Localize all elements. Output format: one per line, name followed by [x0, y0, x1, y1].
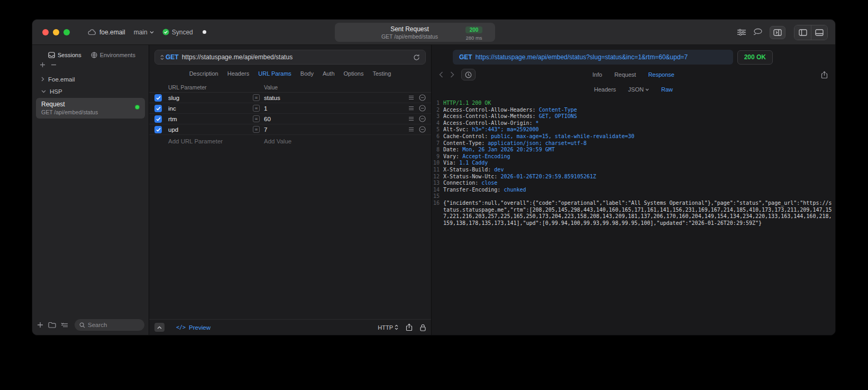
cloud-icon [88, 29, 96, 35]
subtab-json-label: JSON [628, 86, 644, 93]
header-value: * [536, 120, 539, 126]
share-icon[interactable] [406, 323, 413, 331]
export-response-icon[interactable] [821, 71, 828, 79]
chevron-down-icon [645, 88, 649, 91]
drag-handle-icon[interactable] [408, 95, 414, 100]
add-request-icon[interactable] [37, 322, 43, 328]
value-type-icon[interactable] [253, 115, 260, 122]
tab-options[interactable]: Options [344, 70, 364, 77]
toggle-sidebar-button[interactable] [794, 25, 811, 40]
toggle-inspector-button[interactable] [770, 26, 785, 39]
tree-item-label: Foe.email [48, 76, 75, 83]
expand-panel-button[interactable] [154, 323, 165, 332]
line-number: 15 [432, 193, 443, 200]
header-name: Cache-Control: [443, 133, 488, 139]
tab-sessions[interactable]: Sessions [48, 52, 81, 58]
sidebar-request-item[interactable]: Request GET /api/embed/status [36, 98, 145, 119]
param-name-cell[interactable]: rtm [168, 116, 253, 122]
subtab-headers[interactable]: Headers [594, 86, 616, 93]
remove-row-icon[interactable] [419, 94, 426, 101]
toggle-bottom-panel-button[interactable] [811, 25, 827, 40]
header-line: Alt-Svc: h3=":443"; ma=2592000 [443, 126, 832, 133]
sidebar-tools [32, 60, 149, 69]
back-icon[interactable] [439, 71, 443, 78]
sort-list-icon[interactable] [61, 322, 68, 328]
tab-description[interactable]: Description [189, 70, 218, 77]
sessions-icon [48, 52, 55, 58]
request-url-bar[interactable]: GET https://statuspage.me/api/embed/stat… [154, 50, 426, 65]
tab-info[interactable]: Info [592, 71, 602, 78]
param-checkbox[interactable] [154, 94, 162, 102]
sliders-icon[interactable] [737, 28, 746, 37]
http-version-selector[interactable]: HTTP [378, 324, 398, 331]
tab-request[interactable]: Request [614, 71, 636, 78]
account-name[interactable]: foe.email [99, 29, 125, 36]
param-name-cell[interactable]: slug [168, 95, 253, 101]
new-folder-icon[interactable] [48, 322, 56, 328]
response-panel: GET https://statuspage.me/api/embed/stat… [432, 45, 835, 335]
response-toolbar: Info Request Response [432, 66, 835, 83]
search-input[interactable] [88, 322, 140, 328]
tree-item-foe-email[interactable]: Foe.email [32, 73, 149, 85]
method-selector[interactable]: GET [160, 53, 179, 61]
header-value: chunked [504, 187, 526, 193]
add-item-icon[interactable] [40, 62, 45, 68]
drag-handle-icon[interactable] [408, 127, 414, 132]
close-window-button[interactable] [42, 29, 49, 35]
tab-body[interactable]: Body [300, 70, 314, 77]
value-type-icon[interactable] [253, 126, 260, 133]
value-type-icon[interactable] [253, 94, 260, 101]
preview-button[interactable]: Preview [176, 324, 211, 331]
remove-row-icon[interactable] [419, 126, 426, 133]
tab-url-params[interactable]: URL Params [258, 70, 291, 77]
header-line: Connection: close [443, 180, 832, 187]
sidebar-search[interactable] [75, 319, 144, 331]
minimize-window-button[interactable] [53, 29, 59, 35]
param-value-cell[interactable]: 60 [264, 116, 408, 122]
remove-row-icon[interactable] [419, 115, 426, 122]
params-table-header: URL Parameter Value [149, 82, 431, 93]
header-name: Date: [443, 147, 459, 152]
resend-request-icon[interactable] [413, 54, 420, 61]
tab-auth[interactable]: Auth [323, 70, 335, 77]
sidebar-footer [37, 319, 144, 331]
param-checkbox[interactable] [154, 126, 162, 133]
param-value-cell[interactable]: 7 [264, 126, 408, 133]
header-value: 1.1 Caddy [459, 160, 488, 166]
tree-item-hsp[interactable]: HSP [32, 85, 149, 97]
value-type-icon[interactable] [253, 105, 260, 112]
zoom-window-button[interactable] [63, 29, 70, 35]
subtab-raw[interactable]: Raw [661, 86, 673, 93]
param-value-cell[interactable]: 1 [264, 105, 408, 112]
forward-icon[interactable] [450, 71, 454, 78]
param-checkbox[interactable] [154, 105, 162, 112]
lasso-icon[interactable] [753, 28, 763, 37]
param-name-cell[interactable]: inc [168, 105, 253, 112]
branch-selector[interactable]: main [134, 29, 154, 36]
updown-arrows-icon [160, 55, 164, 60]
remove-row-icon[interactable] [419, 105, 426, 112]
collapse-all-icon[interactable] [51, 62, 57, 68]
add-value-cell[interactable]: Add Value [264, 138, 291, 144]
header-line: Access-Control-Allow-Origin: * [443, 120, 832, 127]
tab-environments[interactable]: Environments [91, 52, 135, 58]
param-checkbox[interactable] [154, 115, 162, 123]
drag-handle-icon[interactable] [408, 116, 414, 121]
app-window: foe.email main Synced Sent Request GET /… [32, 19, 836, 335]
tab-headers[interactable]: Headers [227, 70, 250, 77]
response-line: 14Transfer-Encoding: chunked [432, 187, 832, 194]
history-clock-button[interactable] [461, 69, 476, 80]
drag-handle-icon[interactable] [408, 106, 414, 111]
lock-icon[interactable] [420, 324, 426, 331]
http-label: HTTP [378, 324, 393, 331]
add-url-parameter-cell[interactable]: Add URL Parameter [168, 138, 264, 144]
header-name: Content-Type: [443, 140, 485, 146]
tab-response[interactable]: Response [648, 71, 674, 78]
subtab-json[interactable]: JSON [628, 86, 649, 93]
sync-status[interactable]: Synced [162, 29, 193, 36]
request-url-input[interactable]: https://statuspage.me/api/embed/status [182, 53, 410, 61]
clock-icon [465, 71, 472, 78]
param-value-cell[interactable]: status [264, 95, 408, 101]
param-name-cell[interactable]: upd [168, 126, 253, 133]
tab-testing[interactable]: Testing [372, 70, 391, 77]
